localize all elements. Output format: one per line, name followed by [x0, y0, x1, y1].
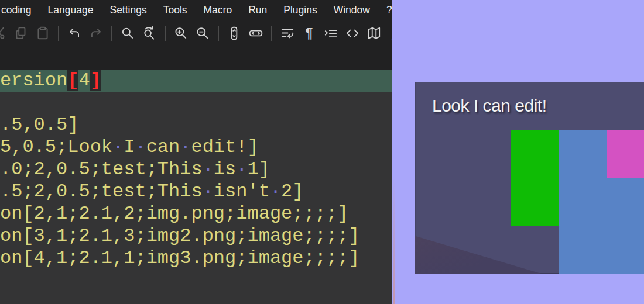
code-text: .0;2,0.5;test;This — [0, 158, 203, 180]
menu-item-coding[interactable]: coding — [1, 4, 32, 16]
code-text: on[2,1;2.1,2;img.png;image;;;;] — [0, 203, 348, 224]
whitespace-dot: · — [236, 158, 247, 180]
word-wrap-icon[interactable] — [280, 26, 295, 41]
paste-icon[interactable] — [35, 26, 50, 41]
preview-rect-green[interactable] — [511, 130, 559, 226]
whitespace-dot: · — [203, 158, 214, 180]
matched-bracket: [ — [67, 70, 78, 91]
menu-item-plugins[interactable]: Plugins — [283, 4, 317, 16]
code-line[interactable]: ersion[4] — [0, 70, 392, 92]
redo-icon[interactable] — [88, 26, 104, 41]
window-edge-highlight — [393, 175, 395, 304]
code-line[interactable]: 5,0.5;Look·I·can·edit!] — [0, 136, 392, 158]
toolbar-separator — [165, 26, 166, 41]
preview-rect-magenta[interactable] — [607, 130, 644, 178]
menu-item-language[interactable]: Language — [48, 4, 94, 16]
whitespace-dot: · — [180, 136, 191, 158]
code-text: is — [214, 158, 236, 180]
menu-item-tools[interactable]: Tools — [163, 4, 187, 16]
code-text: on[4,1;2.1,1;img3.png;image;;;;] — [0, 247, 360, 269]
code-line[interactable]: on[4,1;2.1,1;img3.png;image;;;;] — [0, 247, 392, 270]
notepad-window: codingLanguageSettingsToolsMacroRunPlugi… — [0, 0, 392, 304]
sync-vertical-icon[interactable] — [227, 26, 242, 41]
code-text: I — [124, 136, 135, 158]
screenshot-root: codingLanguageSettingsToolsMacroRunPlugi… — [0, 0, 644, 304]
zoom-out-icon[interactable] — [195, 26, 210, 41]
code-text: 4 — [78, 70, 90, 91]
menu-item-macro[interactable]: Macro — [204, 4, 232, 16]
code-line[interactable]: on[3,1;2.1,3;img2.png;image;;;;] — [0, 225, 392, 247]
view-code-icon[interactable] — [345, 26, 360, 41]
code-line[interactable]: .0;2,0.5;test;This·is·1] — [0, 158, 392, 181]
code-line[interactable]: .5,0.5] — [0, 114, 392, 136]
code-text: 1] — [247, 158, 269, 180]
editor-area[interactable]: ersion[4].5,0.5]5,0.5;Look·I·can·edit!].… — [0, 70, 392, 304]
editor-lines: ersion[4].5,0.5]5,0.5;Look·I·can·edit!].… — [0, 70, 392, 270]
toolbar-separator — [111, 26, 112, 41]
toolbar-separator — [218, 26, 219, 41]
matched-bracket: ] — [90, 70, 101, 91]
code-text: .5;2,0.5;test;This — [0, 181, 203, 202]
whitespace-dot: · — [270, 181, 281, 202]
toolbar-separator — [58, 26, 59, 41]
code-text: edit!] — [191, 136, 258, 158]
code-text: 5,0.5;Look — [0, 136, 112, 158]
code-text: on[3,1;2.1,3;img2.png;image;;;;] — [0, 225, 360, 247]
indent-guide-icon[interactable] — [323, 26, 338, 41]
find-icon[interactable] — [120, 26, 135, 41]
code-text: .5,0.5] — [0, 114, 78, 136]
code-text: ersion — [0, 70, 67, 91]
replace-icon[interactable] — [142, 26, 157, 41]
code-line[interactable] — [0, 92, 392, 114]
whitespace-dot: · — [203, 181, 214, 202]
code-text: isn't — [214, 181, 270, 202]
menu-item-window[interactable]: Window — [334, 4, 370, 16]
preview-caption[interactable]: Look I can edit! — [432, 96, 546, 116]
overlay-preview-window: Look I can edit! — [392, 0, 644, 304]
menu-item-help[interactable]: ? — [386, 4, 392, 16]
document-map-icon[interactable] — [366, 26, 382, 41]
code-text: can — [146, 136, 180, 158]
whitespace-dot: · — [112, 136, 124, 158]
menu-item-run[interactable]: Run — [248, 4, 267, 16]
code-line[interactable]: .5;2,0.5;test;This·isn't·2] — [0, 181, 392, 203]
undo-icon[interactable] — [67, 26, 82, 41]
toolbar: ¶fx — [0, 20, 392, 47]
show-all-characters-icon[interactable]: ¶ — [302, 26, 317, 41]
menu-bar: codingLanguageSettingsToolsMacroRunPlugi… — [0, 0, 392, 20]
notepad-chrome: codingLanguageSettingsToolsMacroRunPlugi… — [0, 0, 392, 70]
copy-icon[interactable] — [13, 26, 29, 41]
zoom-in-icon[interactable] — [173, 26, 189, 41]
whitespace-dot: · — [135, 136, 146, 158]
code-line[interactable]: on[2,1;2.1,2;img.png;image;;;;] — [0, 203, 392, 225]
function-list-icon[interactable]: fx — [388, 26, 392, 41]
code-text: 2] — [281, 181, 303, 202]
sync-horizontal-icon[interactable] — [248, 26, 263, 41]
menu-item-settings[interactable]: Settings — [109, 4, 146, 16]
cut-icon[interactable] — [0, 26, 7, 41]
toolbar-separator — [271, 26, 272, 41]
preview-panel[interactable]: Look I can edit! — [415, 82, 644, 274]
